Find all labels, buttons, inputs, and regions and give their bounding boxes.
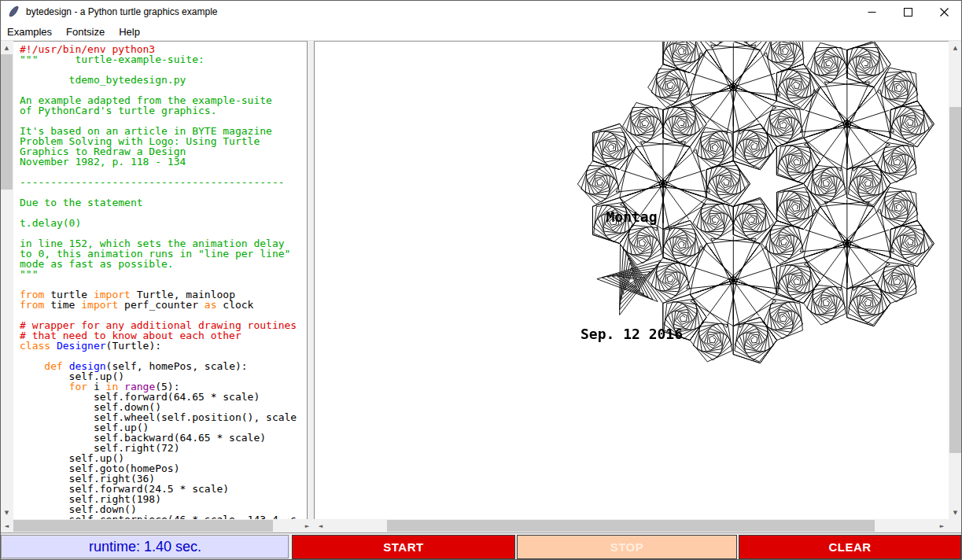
- maximize-button[interactable]: [890, 0, 926, 24]
- code-line: of PythonCard's turtle graphics.: [20, 105, 307, 116]
- scroll-right-icon[interactable]: ►: [300, 519, 314, 532]
- code-line: t.delay(0): [20, 218, 307, 228]
- runtime-label: runtime: 1.40 sec.: [1, 535, 289, 559]
- menu-item-help[interactable]: Help: [112, 24, 147, 39]
- code-line: mode as fast as possible.: [20, 259, 307, 269]
- stop-button: STOP: [517, 535, 737, 559]
- code-line: ----------------------------------------…: [20, 177, 307, 187]
- window-title: bytedesign - a Python turtle graphics ex…: [26, 6, 217, 17]
- code-vscroll-thumb[interactable]: [1, 54, 13, 190]
- code-hscrollbar[interactable]: ◄ ►: [0, 519, 314, 532]
- canvas-hscroll-thumb[interactable]: [387, 520, 875, 532]
- canvas-vscroll-thumb[interactable]: [949, 107, 961, 453]
- menu-item-examples[interactable]: Examples: [0, 24, 59, 39]
- code-line: class Designer(Turtle):: [20, 341, 307, 351]
- close-button[interactable]: [926, 0, 962, 24]
- close-icon: [940, 8, 949, 17]
- pane-divider: [308, 41, 314, 519]
- scroll-up-icon[interactable]: ▲: [0, 41, 13, 54]
- scroll-down-icon[interactable]: ▼: [949, 506, 962, 519]
- menubar: Examples Fontsize Help: [0, 24, 962, 41]
- scroll-up-icon[interactable]: ▲: [949, 41, 962, 54]
- code-line: Due to the statement: [20, 197, 307, 208]
- scroll-left-icon[interactable]: ◄: [0, 519, 13, 532]
- code-line: tdemo_bytedesign.py: [20, 75, 307, 85]
- code-editor[interactable]: #!/usr/bin/env python3""" turtle-example…: [13, 41, 308, 519]
- code-line: """: [20, 269, 307, 279]
- window-titlebar: bytedesign - a Python turtle graphics ex…: [0, 0, 962, 24]
- minimize-button[interactable]: [853, 0, 890, 24]
- scroll-down-icon[interactable]: ▼: [0, 506, 13, 519]
- scrollbar-corner: [949, 519, 962, 532]
- code-line: from time import perf_counter as clock: [20, 300, 307, 310]
- code-line: """ turtle-example-suite:: [20, 54, 307, 64]
- canvas-vscrollbar[interactable]: ▲ ▼: [949, 41, 962, 519]
- clear-button[interactable]: CLEAR: [739, 535, 961, 559]
- app-icon: [7, 6, 20, 18]
- maximize-icon: [904, 8, 912, 17]
- code-line: November 1982, p. 118 - 134: [20, 157, 307, 167]
- menu-item-fontsize[interactable]: Fontsize: [59, 24, 112, 39]
- code-vscrollbar[interactable]: ▲ ▼: [0, 41, 13, 519]
- turtle-canvas[interactable]: [315, 42, 949, 519]
- code-hscroll-thumb[interactable]: [13, 520, 273, 532]
- minimize-icon: [868, 8, 876, 17]
- start-button[interactable]: START: [292, 535, 515, 559]
- scroll-left-icon[interactable]: ◄: [314, 519, 327, 532]
- canvas-pane: [314, 41, 949, 519]
- statusbar: runtime: 1.40 sec. START STOP CLEAR: [0, 532, 962, 560]
- canvas-hscrollbar[interactable]: ◄ ►: [314, 519, 949, 532]
- scroll-right-icon[interactable]: ►: [935, 519, 949, 532]
